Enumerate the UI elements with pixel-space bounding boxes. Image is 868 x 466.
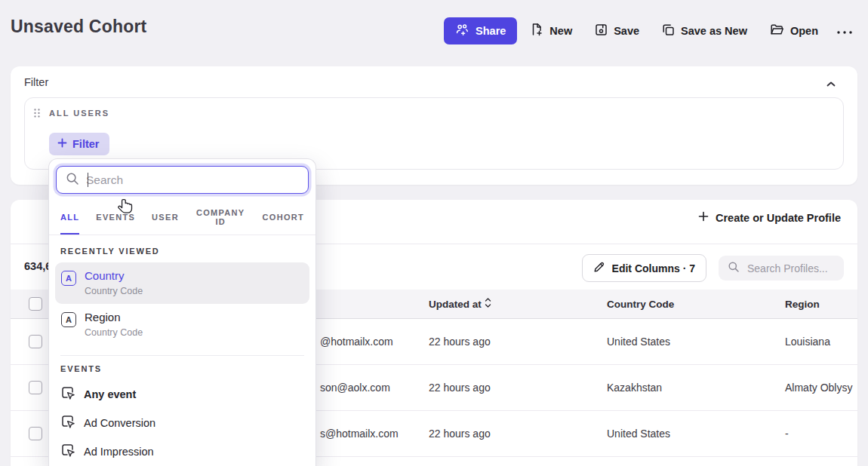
cell-country-code: Kazakhstan <box>607 382 662 394</box>
cell-email: son@aolx.com <box>320 382 390 394</box>
collapse-filter-button[interactable] <box>823 75 839 93</box>
add-filter-button[interactable]: Filter <box>49 133 109 155</box>
list-item-ad-impression[interactable]: Ad Impression <box>55 437 309 466</box>
search-icon <box>728 261 740 276</box>
save-button-label: Save <box>614 25 639 37</box>
open-button[interactable]: Open <box>761 17 827 44</box>
text-caret <box>88 173 88 187</box>
save-as-new-button[interactable]: Save as New <box>653 17 756 44</box>
new-icon <box>531 23 543 38</box>
profiles-toolbar-right: Edit Columns · 7 <box>582 254 844 282</box>
profiles-search-input[interactable] <box>747 262 838 274</box>
filter-dropdown: ALL EVENTS USER COMPANY ID COHORT RECENT… <box>48 158 316 466</box>
property-a-icon: A <box>61 312 76 327</box>
new-button[interactable]: New <box>522 17 581 44</box>
save-as-new-button-label: Save as New <box>681 25 747 37</box>
open-folder-icon <box>770 23 784 38</box>
list-item-title: Country <box>85 269 143 284</box>
list-item-title: Region <box>85 311 143 325</box>
row-checkbox[interactable] <box>29 335 42 348</box>
list-item-any-event[interactable]: Any event <box>55 380 309 409</box>
tab-company-id[interactable]: COMPANY ID <box>195 204 246 235</box>
cell-country-code: United States <box>607 336 670 348</box>
column-header-country-code[interactable]: Country Code <box>607 299 674 310</box>
dropdown-search-field[interactable] <box>56 166 309 194</box>
dropdown-list: RECENTLY VIEWED A Country Country Code A… <box>49 235 315 466</box>
drag-handle-icon[interactable] <box>33 108 41 121</box>
recently-viewed-label: RECENTLY VIEWED <box>55 247 309 256</box>
add-filter-button-label: Filter <box>72 138 99 150</box>
tab-events[interactable]: EVENTS <box>96 204 135 235</box>
profiles-count: 634,6 <box>24 260 51 272</box>
save-icon <box>595 23 608 38</box>
cell-region: - <box>785 428 789 440</box>
share-icon <box>455 23 469 38</box>
cell-region: Almaty Oblysy <box>785 382 852 394</box>
column-header-updated-at[interactable]: Updated at <box>429 298 491 310</box>
edit-columns-label: Edit Columns · 7 <box>612 262 695 274</box>
list-item-ad-conversion[interactable]: Ad Conversion <box>55 409 309 437</box>
cell-country-code: United States <box>607 428 670 440</box>
more-options-button[interactable] <box>832 19 857 43</box>
select-all-checkbox[interactable] <box>29 297 42 311</box>
cell-email: @hotmailx.com <box>320 336 393 348</box>
dropdown-search-input[interactable] <box>86 173 290 187</box>
plus-icon <box>57 138 67 150</box>
share-button[interactable]: Share <box>444 17 517 44</box>
filter-panel-title: Filter <box>24 76 48 88</box>
list-item-region[interactable]: A Region Country Code <box>55 304 309 345</box>
cell-updated-at: 22 hours ago <box>429 336 491 348</box>
event-icon <box>61 415 75 431</box>
search-icon <box>66 172 79 189</box>
tab-cohort[interactable]: COHORT <box>263 204 304 235</box>
list-item-title: Any event <box>84 388 136 400</box>
cell-updated-at: 22 hours ago <box>429 382 491 394</box>
events-section-label: EVENTS <box>55 364 309 373</box>
open-button-label: Open <box>790 25 818 37</box>
pencil-icon <box>593 261 605 275</box>
app-window: Unsaved Cohort Share <box>0 0 868 466</box>
list-item-subtitle: Country Code <box>85 327 143 338</box>
save-button[interactable]: Save <box>586 17 648 44</box>
cell-region: Louisiana <box>785 336 830 348</box>
list-item-country[interactable]: A Country Country Code <box>55 262 309 304</box>
list-item-title: Ad Conversion <box>84 417 155 429</box>
list-item-subtitle: Country Code <box>85 286 143 296</box>
dropdown-tabs: ALL EVENTS USER COMPANY ID COHORT <box>49 204 315 235</box>
sort-icon <box>485 298 491 310</box>
edit-columns-button[interactable]: Edit Columns · 7 <box>582 254 706 282</box>
tab-user[interactable]: USER <box>152 204 179 235</box>
create-or-update-profile-label: Create or Update Profile <box>716 212 841 224</box>
create-or-update-profile-button[interactable]: Create or Update Profile <box>698 211 841 224</box>
property-a-icon: A <box>61 271 76 286</box>
cell-updated-at: 22 hours ago <box>429 428 491 440</box>
list-item-title: Ad Impression <box>84 446 154 458</box>
page-header: Unsaved Cohort Share <box>11 0 857 59</box>
more-icon <box>836 25 853 37</box>
plus-icon <box>698 211 709 224</box>
divider <box>60 355 304 356</box>
row-checkbox[interactable] <box>29 381 42 394</box>
save-as-new-icon <box>662 23 675 38</box>
profiles-search[interactable] <box>719 256 844 281</box>
event-icon <box>61 386 75 403</box>
share-button-label: Share <box>476 25 506 37</box>
event-icon <box>61 443 75 460</box>
new-button-label: New <box>549 25 572 37</box>
tab-all[interactable]: ALL <box>60 204 79 235</box>
cell-email: s@hotmailx.com <box>320 428 399 440</box>
all-users-label: ALL USERS <box>49 109 109 118</box>
chevron-up-icon <box>826 78 836 90</box>
header-actions: Share New <box>444 17 857 44</box>
column-header-region[interactable]: Region <box>785 299 820 310</box>
row-checkbox[interactable] <box>29 427 42 440</box>
dropdown-search <box>56 166 309 194</box>
page-title: Unsaved Cohort <box>11 17 146 37</box>
